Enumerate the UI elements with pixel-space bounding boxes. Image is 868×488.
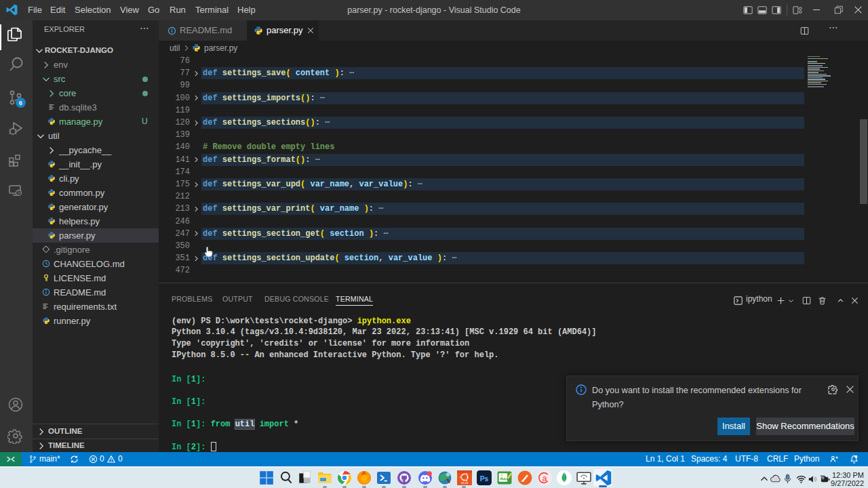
svg-text:Ps: Ps [480,475,489,483]
svg-text:18.04: 18.04 [461,481,469,485]
